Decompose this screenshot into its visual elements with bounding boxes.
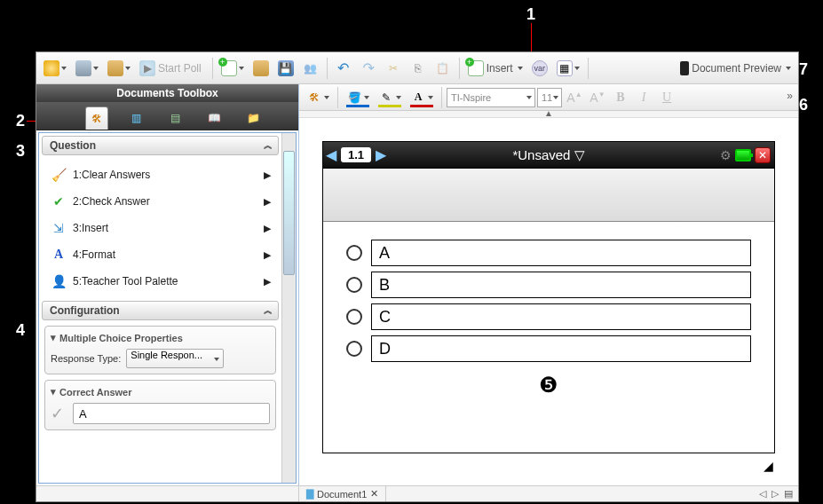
accordion-configuration[interactable]: Configuration ︽ bbox=[42, 301, 279, 320]
doc-preview-button[interactable]: Document Preview bbox=[677, 56, 795, 81]
italic-button[interactable]: I bbox=[633, 88, 654, 107]
variables-button[interactable]: var bbox=[528, 56, 551, 81]
device-header: ◀ 1.1 ▶ *Unsaved ▽ ⚙ ✕ bbox=[323, 142, 774, 169]
menu-check-answer[interactable]: ✔2:Check Answer▶ bbox=[44, 188, 276, 215]
close-tab-icon[interactable]: ✕ bbox=[370, 488, 378, 500]
option-row: A bbox=[346, 240, 751, 266]
option-input[interactable]: A bbox=[371, 240, 751, 266]
save-button[interactable]: 💾 bbox=[274, 56, 297, 81]
line-color-button[interactable]: ✎ bbox=[375, 85, 405, 110]
text-color-button[interactable]: A bbox=[407, 85, 437, 110]
handheld-icon bbox=[680, 61, 689, 75]
separator bbox=[327, 58, 328, 79]
menu-label: 2:Check Answer bbox=[73, 195, 150, 208]
text-color-icon: A bbox=[410, 90, 426, 106]
settings-gear-icon[interactable]: ⚙ bbox=[720, 148, 732, 162]
tools-icon: 🛠 bbox=[89, 111, 105, 127]
response-type-value: Single Respon... bbox=[131, 350, 202, 360]
menu-clear-answers[interactable]: 🧹1:Clear Answers▶ bbox=[44, 161, 276, 188]
class-button[interactable] bbox=[40, 56, 70, 81]
collect-button[interactable] bbox=[104, 56, 134, 81]
cut-button[interactable]: ✂ bbox=[382, 56, 405, 81]
redo-icon: ↶ bbox=[360, 60, 376, 76]
tab-list-icon[interactable]: ▤ bbox=[784, 488, 793, 500]
collapse-icon: ︽ bbox=[264, 304, 271, 317]
handheld-preview: ◀ 1.1 ▶ *Unsaved ▽ ⚙ ✕ A B bbox=[322, 141, 775, 453]
menu-format[interactable]: A4:Format▶ bbox=[44, 241, 276, 268]
pencil-icon: ✎ bbox=[378, 90, 394, 106]
group-button[interactable]: 👥 bbox=[299, 56, 322, 81]
start-poll-button[interactable]: ▶Start Poll bbox=[136, 56, 208, 81]
correct-answer-panel: ▾Correct Answer ✓ A bbox=[44, 380, 276, 430]
menu-insert[interactable]: ⇲3:Insert▶ bbox=[44, 215, 276, 241]
underline-button[interactable]: U bbox=[656, 88, 677, 107]
font-decrease-button[interactable]: A▼ bbox=[587, 88, 608, 107]
radio-button[interactable] bbox=[346, 309, 362, 325]
folder-icon: 📁 bbox=[245, 110, 261, 126]
tab-libraries[interactable]: 📖 bbox=[202, 106, 226, 130]
tab-utilities[interactable]: ▤ bbox=[163, 106, 186, 130]
resize-handle-icon[interactable]: ◢ bbox=[764, 459, 773, 473]
open-button[interactable] bbox=[249, 56, 273, 81]
camera-icon bbox=[75, 60, 91, 76]
paste-button[interactable]: 📋 bbox=[431, 56, 455, 81]
menu-label: 3:Insert bbox=[73, 222, 108, 234]
question-prompt-area[interactable] bbox=[323, 169, 774, 222]
document-canvas: ◀ 1.1 ▶ *Unsaved ▽ ⚙ ✕ A B bbox=[299, 118, 798, 485]
folder-open-icon bbox=[253, 60, 269, 76]
tab-tools[interactable]: 🛠 bbox=[85, 106, 108, 130]
bold-button[interactable]: B bbox=[610, 88, 631, 107]
sidebar-scrollbar[interactable] bbox=[281, 133, 296, 483]
collapse-handle[interactable]: ▲ bbox=[299, 111, 798, 118]
radio-button[interactable] bbox=[346, 341, 362, 357]
response-type-select[interactable]: Single Respon... bbox=[126, 349, 224, 368]
radio-button[interactable] bbox=[346, 245, 362, 261]
more-icon[interactable]: » bbox=[787, 90, 793, 102]
option-input[interactable]: B bbox=[371, 272, 751, 298]
tab-prev-icon[interactable]: ◁ bbox=[759, 488, 766, 500]
callout-4: 4 bbox=[16, 321, 25, 340]
font-family-select[interactable]: TI-Nspire bbox=[447, 88, 535, 107]
new-doc-button[interactable] bbox=[218, 56, 248, 81]
font-size-value: 11 bbox=[542, 92, 552, 103]
check-mark-icon: ✓ bbox=[51, 404, 64, 423]
chevron-down-icon bbox=[214, 358, 219, 361]
response-type-label: Response Type: bbox=[51, 353, 121, 364]
document-tab[interactable]: ▇ Document1 ✕ bbox=[299, 486, 386, 501]
fill-color-button[interactable]: 🪣 bbox=[343, 85, 373, 110]
insert-button[interactable]: Insert bbox=[464, 56, 526, 81]
menu-teacher-palette[interactable]: 👤5:Teacher Tool Palette▶ bbox=[44, 268, 276, 295]
option-input[interactable]: D bbox=[371, 335, 751, 362]
screenshot-button[interactable] bbox=[72, 56, 102, 81]
tab-content[interactable]: 📁 bbox=[241, 106, 265, 130]
accordion-question[interactable]: Question ︽ bbox=[42, 136, 279, 155]
tab-page-sorter[interactable]: ▥ bbox=[124, 106, 147, 130]
radio-button[interactable] bbox=[346, 277, 362, 293]
document-icon: ▇ bbox=[306, 488, 313, 500]
main-toolbar: ▶Start Poll 💾 👥 ↶ ↶ ✂ ⎘ 📋 Insert var ▦ D… bbox=[36, 52, 798, 84]
font-family-value: TI-Nspire bbox=[451, 92, 491, 103]
submenu-arrow-icon: ▶ bbox=[264, 276, 271, 287]
layout-button[interactable]: ▦ bbox=[553, 56, 583, 81]
scrollbar-thumb[interactable] bbox=[283, 151, 295, 275]
close-button[interactable]: ✕ bbox=[755, 147, 771, 163]
font-increase-button[interactable]: A▲ bbox=[564, 88, 585, 107]
redo-button[interactable]: ↶ bbox=[357, 56, 380, 81]
undo-button[interactable]: ↶ bbox=[332, 56, 355, 81]
font-size-select[interactable]: 11 bbox=[537, 88, 562, 107]
collapse-icon: ︽ bbox=[264, 139, 271, 152]
sidebar-title: Documents Toolbox bbox=[36, 84, 298, 102]
insert-page-icon bbox=[468, 60, 484, 76]
copy-icon: ⎘ bbox=[410, 60, 426, 76]
doc-tools-button[interactable]: 🛠 bbox=[303, 85, 333, 110]
correct-answer-input[interactable]: A bbox=[73, 403, 270, 424]
color-swatch bbox=[346, 105, 369, 107]
documents-toolbox-sidebar: Documents Toolbox 🛠 ▥ ▤ 📖 📁 Question ︽ 🧹… bbox=[36, 84, 299, 485]
font-up-icon: A▲ bbox=[566, 91, 582, 105]
caret-down-icon: ▾ bbox=[51, 332, 56, 343]
layout-icon: ▦ bbox=[557, 60, 573, 76]
option-input[interactable]: C bbox=[371, 303, 751, 330]
tab-next-icon[interactable]: ▷ bbox=[772, 488, 779, 500]
callout-5: ❺ bbox=[346, 373, 751, 398]
copy-button[interactable]: ⎘ bbox=[407, 56, 430, 81]
